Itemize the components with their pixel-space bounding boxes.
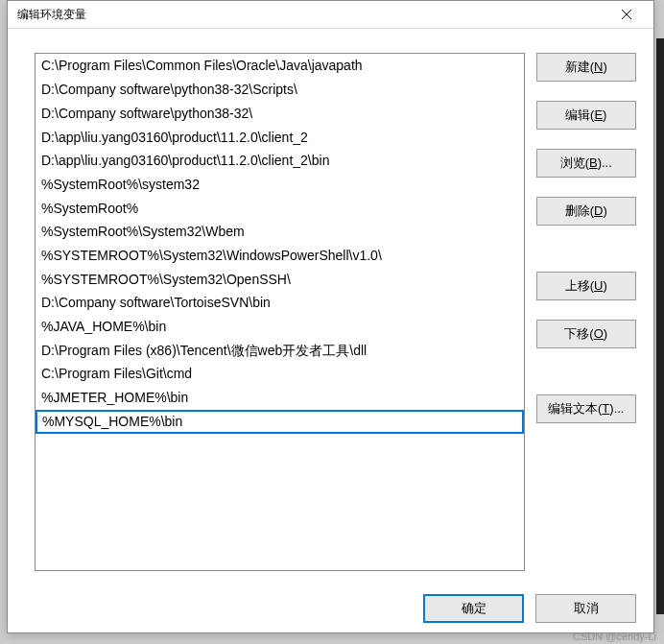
edit-button[interactable]: 编辑(E) (536, 101, 636, 130)
move-up-button[interactable]: 上移(U) (536, 272, 636, 300)
list-item[interactable]: %JAVA_HOME%\bin (36, 315, 524, 339)
edit-text-button[interactable]: 编辑文本(T)... (536, 394, 636, 423)
close-icon (621, 9, 632, 20)
ok-button[interactable]: 确定 (423, 594, 524, 623)
new-button[interactable]: 新建(N) (536, 53, 636, 82)
path-listbox[interactable]: C:\Program Files\Common Files\Oracle\Jav… (35, 53, 525, 571)
move-down-button[interactable]: 下移(O) (536, 320, 636, 348)
list-item[interactable]: C:\Program Files\Common Files\Oracle\Jav… (36, 54, 524, 78)
dialog-title: 编辑环境变量 (17, 7, 86, 23)
list-item[interactable]: %SystemRoot%\system32 (36, 173, 524, 197)
path-edit-input[interactable] (36, 411, 523, 433)
edit-env-var-dialog: 编辑环境变量 C:\Program Files\Common Files\Ora… (7, 0, 654, 633)
dialog-footer: 确定 取消 (8, 584, 653, 632)
list-item[interactable]: %SystemRoot% (36, 197, 524, 221)
list-item[interactable]: D:\Company software\python38-32\ (36, 102, 524, 126)
list-item[interactable]: D:\app\liu.yang03160\product\11.2.0\clie… (36, 149, 524, 173)
button-column: 新建(N) 编辑(E) 浏览(B)... 删除(D) 上移(U) 下移(O) 编… (536, 53, 636, 571)
dialog-content: C:\Program Files\Common Files\Oracle\Jav… (8, 29, 653, 584)
close-button[interactable] (607, 1, 646, 28)
list-item[interactable]: %SYSTEMROOT%\System32\WindowsPowerShell\… (36, 244, 524, 268)
delete-button[interactable]: 删除(D) (536, 197, 636, 226)
list-item[interactable]: D:\Program Files (x86)\Tencent\微信web开发者工… (36, 339, 524, 363)
list-item[interactable]: C:\Program Files\Git\cmd (36, 362, 524, 386)
list-item[interactable]: D:\app\liu.yang03160\product\11.2.0\clie… (36, 126, 524, 150)
cancel-button[interactable]: 取消 (535, 594, 636, 623)
list-item[interactable]: %SystemRoot%\System32\Wbem (36, 220, 524, 244)
titlebar: 编辑环境变量 (8, 1, 653, 29)
list-item[interactable]: D:\Company software\TortoiseSVN\bin (36, 291, 524, 315)
list-item[interactable]: %SYSTEMROOT%\System32\OpenSSH\ (36, 268, 524, 292)
watermark: CSDN @cendy-Li (573, 631, 656, 642)
list-item[interactable]: %JMETER_HOME%\bin (36, 386, 524, 410)
list-item-editing[interactable] (36, 410, 524, 434)
list-item[interactable]: D:\Company software\python38-32\Scripts\ (36, 78, 524, 102)
browse-button[interactable]: 浏览(B)... (536, 149, 636, 178)
